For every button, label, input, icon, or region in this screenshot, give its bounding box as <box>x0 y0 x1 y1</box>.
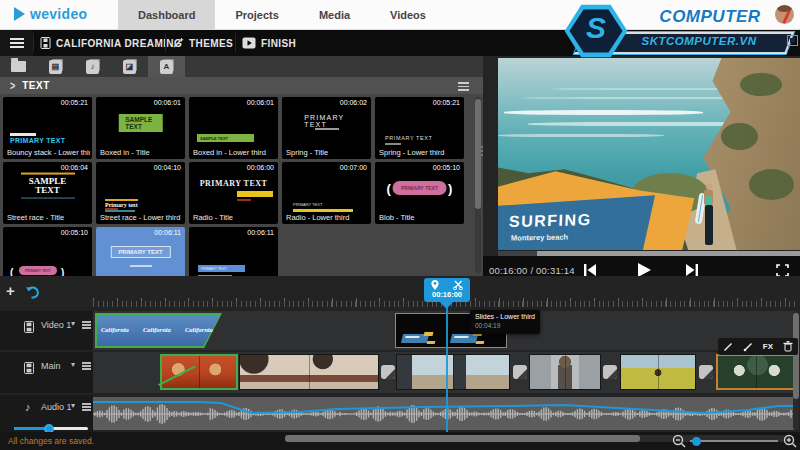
marker-pin-icon[interactable] <box>431 280 439 290</box>
template-preview-text: PRIMARY TEXT <box>293 202 322 207</box>
top-bar: wevideo DashboardProjectsMediaVideos <box>0 0 800 30</box>
playhead-handle[interactable]: 00:16:00 <box>424 278 470 302</box>
text-template[interactable]: PRIMARY TEXT 00:06:02 Spring - Title <box>282 97 371 159</box>
template-grid: PRIMARY TEXT 00:05:21 Bouncy stack - Low… <box>3 97 468 276</box>
main-nav: DashboardProjectsMediaVideos <box>118 0 446 30</box>
library-tab-stock-media[interactable]: ▤ <box>37 56 74 77</box>
zoom-slider[interactable] <box>690 440 778 442</box>
topbar-tab[interactable]: Projects <box>215 0 298 30</box>
finish-label: FINISH <box>261 38 296 49</box>
template-preview-text: PRIMARY TEXT <box>200 179 268 188</box>
template-label: Street race - Lower third <box>100 213 183 222</box>
timeline-clip[interactable] <box>396 354 510 390</box>
timeline-clip[interactable] <box>160 354 238 390</box>
timeline-clip-california[interactable]: California California California <box>95 313 222 348</box>
template-preview-text: SAMPLE TEXT <box>118 114 163 132</box>
text-template[interactable]: PRIMARY TEXT 00:05:21 Bouncy stack - Low… <box>3 97 92 159</box>
caption-title: SURFING <box>509 211 592 231</box>
text-template[interactable]: SAMPLE TEXT 00:06:04 Street race - Title <box>3 162 92 224</box>
transition-icon[interactable] <box>381 365 395 379</box>
template-duration: 00:07:00 <box>340 164 367 171</box>
timeline-clip[interactable] <box>529 354 601 390</box>
zoom-in-icon[interactable] <box>783 434 797 448</box>
library-section-header[interactable]: > TEXT <box>0 77 483 94</box>
chevron-down-icon[interactable]: ▾ <box>71 401 75 410</box>
track-header-audio1: ♪ Audio 1 ▾ <box>0 395 93 432</box>
tab-label: Videos <box>390 9 426 21</box>
topbar-tab[interactable]: Media <box>299 0 370 30</box>
menu-icon[interactable] <box>0 30 33 56</box>
timeline-clip[interactable] <box>620 354 696 390</box>
text-template[interactable]: Primary text 00:04:10 Street race - Lowe… <box>96 162 185 224</box>
scissors-icon[interactable] <box>453 280 463 290</box>
timeline-vertical-scrollbar-thumb[interactable] <box>793 313 799 399</box>
text-template[interactable]: SAMPLE TEXT 00:06:01 Boxed in - Lower th… <box>189 97 278 159</box>
chevron-down-icon[interactable]: ▾ <box>71 319 75 328</box>
panel-splitter-handle[interactable] <box>480 146 484 164</box>
text-template[interactable]: PRIMARY TEXT 00:07:00 Radio - Lower thir… <box>282 162 371 224</box>
library-tab-media-folder[interactable] <box>0 56 37 77</box>
text-template[interactable]: PRIMARY TEXT 00:05:10 Blob - Lower third <box>3 227 92 276</box>
zoom-slider-knob[interactable] <box>692 437 701 446</box>
library-tabs: ▤♪◪A <box>0 56 483 77</box>
list-view-icon[interactable] <box>458 82 469 91</box>
template-duration: 00:06:11 <box>247 229 274 236</box>
track-menu-icon[interactable] <box>82 403 91 412</box>
text-template[interactable]: PRIMARY TEXT 00:06:11 Glamour - Title <box>96 227 185 276</box>
themes-button[interactable]: THEMES <box>172 30 233 56</box>
template-duration: 00:06:01 <box>154 99 181 106</box>
timeline-clip[interactable] <box>716 354 796 390</box>
template-label: Spring - Lower third <box>379 148 462 157</box>
timeline-horizontal-scrollbar-thumb[interactable] <box>285 435 640 442</box>
text-template[interactable]: PRIMARY TEXT 00:06:00 Radio - Title <box>189 162 278 224</box>
transition-icon[interactable] <box>603 365 617 379</box>
main-lane[interactable] <box>93 352 795 393</box>
playhead-line[interactable] <box>446 303 448 432</box>
tooltip-title: Slides - Lower third <box>475 313 535 320</box>
finish-button[interactable]: FINISH <box>242 30 296 56</box>
wand-icon <box>172 37 184 49</box>
tab-label: Media <box>319 9 350 21</box>
user-avatar[interactable] <box>775 5 794 24</box>
trash-icon[interactable] <box>783 341 793 352</box>
volume-slider[interactable] <box>14 427 88 430</box>
text-template[interactable]: PRIMARY TEXT 00:05:10 Blob - Title <box>375 162 464 224</box>
draw-pen-icon[interactable] <box>743 342 753 352</box>
film-icon <box>24 362 34 374</box>
zoom-out-icon[interactable] <box>672 434 686 448</box>
transition-icon[interactable] <box>699 365 713 379</box>
section-label: TEXT <box>22 80 50 91</box>
template-preview-text: PRIMARY TEXT <box>19 266 57 275</box>
audio-lane[interactable] <box>93 397 795 430</box>
timeline-clip[interactable] <box>239 354 379 390</box>
text-template[interactable]: PRIMARY TEXT 00:05:21 Spring - Lower thi… <box>375 97 464 159</box>
video-preview[interactable]: SURFING Monterey beach <box>498 58 800 250</box>
clip-text: California <box>185 326 213 333</box>
text-template[interactable]: SAMPLE TEXT 00:06:01 Boxed in - Title <box>96 97 185 159</box>
add-track-button[interactable]: + <box>6 284 15 298</box>
track-menu-icon[interactable] <box>82 321 91 330</box>
template-label: Boxed in - Title <box>100 148 183 157</box>
save-status: All changes are saved. <box>8 436 94 446</box>
text-template[interactable]: PRIMARY TEXT 00:06:11 Glamour - Lower th… <box>189 227 278 276</box>
track-menu-icon[interactable] <box>82 362 91 371</box>
edit-pen-icon[interactable] <box>723 342 733 352</box>
library-tab-text[interactable]: A <box>148 56 185 77</box>
undo-button[interactable] <box>25 285 40 303</box>
chevron-right-icon: > <box>10 79 15 93</box>
library-tab-transitions[interactable]: ◪ <box>111 56 148 77</box>
playhead-time: 00:16:00 <box>424 290 470 299</box>
topbar-tab[interactable]: Dashboard <box>118 0 215 30</box>
template-duration: 00:05:10 <box>433 164 460 171</box>
timeline: + Video 1 ▾ Main ▾ ♪ Audio 1 ▾ <box>0 276 800 450</box>
library-tab-audio[interactable]: ♪ <box>74 56 111 77</box>
chevron-down-icon[interactable]: ▾ <box>71 360 75 369</box>
media-library-panel: ▤♪◪A > TEXT PRIMARY TEXT 00:05:21 Bouncy… <box>0 56 483 276</box>
project-title-button[interactable]: CALIFORNIA DREAMING <box>40 30 182 56</box>
fx-button[interactable]: FX <box>763 342 773 351</box>
wevideo-logo[interactable]: wevideo <box>14 6 87 22</box>
transition-icon[interactable] <box>513 365 527 379</box>
template-preview-text: PRIMARY TEXT <box>392 181 447 195</box>
topbar-tab[interactable]: Videos <box>370 0 446 30</box>
video1-lane[interactable]: California California California <box>93 311 795 350</box>
